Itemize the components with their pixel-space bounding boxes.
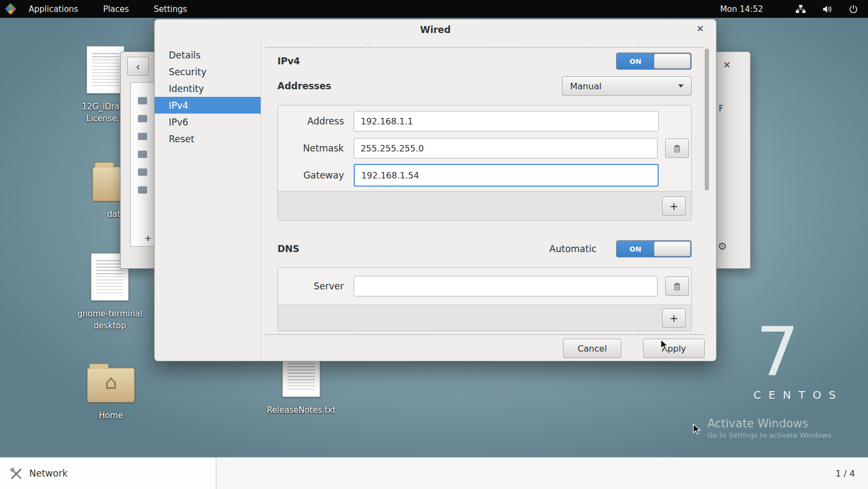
dns-server-row: Server: [286, 275, 689, 297]
truncated-label: F: [719, 104, 724, 114]
watermark-line2: Go to Settings to activate Windows: [707, 431, 831, 439]
desktop-screen: Applications Places Settings Mon 14:52: [0, 0, 868, 489]
system-tray: [796, 4, 858, 14]
gear-icon[interactable]: ⚙: [718, 240, 727, 252]
sidebar-item-ipv4[interactable]: IPv4: [155, 97, 261, 114]
dns-header-row: DNS Automatic ON: [277, 239, 692, 259]
dns-group: Server +: [277, 267, 692, 331]
desktop-icon-label: Home: [99, 410, 123, 422]
ipv4-section-label: IPv4: [277, 56, 300, 67]
server-label: Server: [286, 281, 344, 292]
netmask-input[interactable]: [354, 138, 658, 158]
toggle-knob[interactable]: [654, 54, 691, 69]
dialog-titlebar[interactable]: Wired ✕: [155, 19, 716, 40]
dialog-sidebar: Details Security Identity IPv4 IPv6 Rese…: [155, 40, 261, 361]
close-icon[interactable]: ✕: [697, 24, 704, 34]
connection-list: [130, 82, 154, 247]
list-item-icon[interactable]: [138, 168, 147, 176]
bottom-taskbar: Network 1 / 4: [0, 457, 868, 489]
dropdown-value: Manual: [570, 81, 601, 91]
address-input[interactable]: [354, 111, 659, 131]
dialog-title: Wired: [420, 24, 451, 35]
add-dns-server-button[interactable]: +: [662, 308, 686, 328]
home-folder-icon: ⌂: [87, 368, 135, 402]
document-icon: [87, 46, 124, 94]
toggle-on-label: ON: [617, 241, 654, 257]
list-item-icon[interactable]: [138, 150, 147, 158]
workspace-pager[interactable]: 1 / 4: [836, 468, 868, 479]
activate-watermark: Activate Windows Go to Settings to activ…: [707, 417, 831, 439]
list-item-icon[interactable]: [138, 115, 147, 122]
sidebar-item-reset[interactable]: Reset: [155, 130, 261, 147]
address-row: Address: [286, 110, 689, 132]
sidebar-item-identity[interactable]: Identity: [155, 80, 261, 97]
ipv4-header-row: IPv4 ON: [277, 52, 692, 70]
list-item-icon[interactable]: [138, 186, 147, 194]
addresses-group: Address Netmask: [277, 105, 692, 221]
addresses-group-footer: +: [278, 191, 691, 220]
dns-automatic-toggle[interactable]: ON: [616, 240, 692, 257]
close-icon[interactable]: ✕: [723, 60, 731, 70]
menu-settings[interactable]: Settings: [147, 1, 194, 17]
apply-button[interactable]: Apply: [643, 339, 705, 358]
trash-icon: [673, 144, 681, 153]
taskbar-item-label: Network: [29, 468, 68, 479]
menu-applications[interactable]: Applications: [22, 1, 85, 17]
address-label: Address: [286, 116, 344, 127]
chevron-down-icon: [678, 84, 684, 88]
dns-section-label: DNS: [277, 243, 300, 254]
menu-places[interactable]: Places: [97, 1, 136, 17]
ipv4-toggle[interactable]: ON: [616, 52, 692, 70]
address-method-dropdown[interactable]: Manual: [562, 76, 692, 96]
background-window-right: ✕ F ⚙: [715, 51, 751, 269]
sidebar-item-ipv6[interactable]: IPv6: [155, 114, 261, 130]
back-button[interactable]: ‹: [127, 57, 149, 76]
toggle-knob[interactable]: [654, 241, 691, 256]
list-item-icon[interactable]: [138, 97, 147, 104]
trash-icon: [673, 282, 681, 291]
taskbar-item-network[interactable]: Network: [0, 458, 216, 489]
dns-automatic-label: Automatic: [549, 243, 597, 254]
gateway-input[interactable]: [354, 164, 659, 187]
sidebar-item-details[interactable]: Details: [155, 47, 261, 63]
desktop-icon-label: gnome-terminal desktop: [77, 308, 142, 332]
add-address-button[interactable]: +: [662, 196, 686, 216]
watermark-line1: Activate Windows: [707, 417, 831, 430]
dialog-scrollbar[interactable]: [705, 47, 709, 334]
volume-tray-icon[interactable]: [822, 5, 832, 14]
mouse-cursor: [693, 424, 705, 437]
toggle-on-label: ON: [617, 53, 654, 69]
gateway-row: Gateway: [286, 164, 689, 186]
power-tray-icon[interactable]: [849, 4, 858, 14]
sidebar-item-security[interactable]: Security: [155, 63, 261, 80]
delete-server-button[interactable]: [665, 276, 689, 296]
dns-group-footer: +: [278, 305, 691, 331]
centos-numeral: 7: [756, 318, 799, 386]
scroll-area-top-edge: [266, 47, 705, 48]
netmask-label: Netmask: [286, 143, 344, 154]
addresses-section-label: Addresses: [277, 81, 331, 91]
centos-wordmark: CENTOS: [753, 388, 843, 401]
dns-server-input[interactable]: [354, 276, 658, 296]
scrollbar-thumb[interactable]: [705, 49, 709, 190]
desktop-icon-label: ReleaseNotes.txt: [267, 405, 335, 417]
cancel-button[interactable]: Cancel: [563, 339, 621, 358]
list-item-icon[interactable]: [138, 133, 147, 140]
back-icon: ‹: [136, 60, 140, 73]
wired-dialog: Wired ✕ Details Security Identity IPv4 I…: [154, 19, 717, 361]
distro-logo-icon: [5, 3, 16, 15]
add-connection-button[interactable]: +: [144, 233, 151, 243]
dialog-content: IPv4 ON Addresses Manual Address: [261, 40, 716, 361]
background-window-left: ‹ +: [120, 51, 155, 269]
tools-icon: [10, 467, 23, 480]
network-tray-icon[interactable]: [796, 4, 806, 14]
house-icon: ⌂: [88, 373, 134, 392]
desktop-icon-home[interactable]: ⌂ Home: [68, 361, 154, 422]
top-bar: Applications Places Settings Mon 14:52: [0, 0, 868, 18]
netmask-row: Netmask: [286, 137, 689, 159]
clock[interactable]: Mon 14:52: [720, 4, 763, 14]
gateway-label: Gateway: [286, 170, 344, 181]
addresses-header-row: Addresses Manual: [277, 76, 692, 96]
mouse-cursor: [660, 339, 672, 352]
delete-address-button[interactable]: [665, 138, 689, 158]
